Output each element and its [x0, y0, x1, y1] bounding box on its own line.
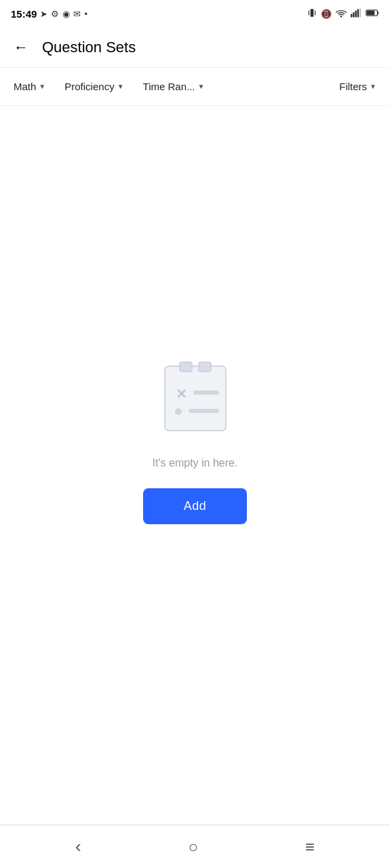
svg-rect-12 — [180, 362, 192, 372]
nav-menu-button[interactable]: ≡ — [289, 832, 331, 862]
nav-back-button[interactable]: ‹ — [59, 831, 98, 863]
svg-rect-15 — [193, 391, 219, 395]
filter-subject-label: Math — [14, 81, 36, 92]
filter-timerange[interactable]: Time Ran... ▼ — [135, 75, 213, 98]
nav-home-button[interactable]: ○ — [172, 832, 215, 862]
svg-rect-6 — [357, 9, 359, 17]
filter-more[interactable]: Filters ▼ — [331, 75, 385, 98]
status-right-icons: 📵 — [307, 8, 379, 20]
chevron-down-icon: ▼ — [198, 83, 205, 90]
add-button[interactable]: Add — [143, 488, 248, 524]
location-icon: ➤ — [40, 9, 47, 19]
battery-icon — [366, 9, 379, 19]
nav-menu-icon: ≡ — [305, 837, 315, 856]
status-time: 15:49 — [11, 8, 37, 20]
nav-home-icon: ○ — [189, 837, 199, 856]
back-arrow-icon: ← — [14, 39, 28, 56]
bottom-nav: ‹ ○ ≡ — [0, 825, 390, 868]
svg-rect-13 — [199, 362, 211, 372]
app-bar: ← Question Sets — [0, 27, 390, 68]
status-bar: 15:49 ➤ ⚙ ◉ ✉ • 📵 — [0, 0, 390, 27]
chevron-down-icon: ▼ — [370, 83, 376, 90]
svg-rect-9 — [378, 11, 379, 14]
status-left: 15:49 ➤ ⚙ ◉ ✉ • — [11, 8, 87, 20]
settings-icon: ⚙ — [51, 9, 59, 19]
svg-rect-4 — [353, 12, 354, 17]
svg-rect-2 — [315, 10, 315, 15]
empty-state-message: It's empty in here. — [153, 457, 238, 469]
svg-rect-11 — [165, 366, 226, 431]
help-icon: ◉ — [62, 9, 70, 19]
filter-timerange-label: Time Ran... — [143, 81, 195, 92]
email-icon: ✉ — [73, 9, 81, 19]
svg-point-16 — [175, 408, 182, 415]
filter-proficiency-label: Proficiency — [64, 81, 114, 92]
svg-rect-0 — [311, 9, 314, 17]
back-button[interactable]: ← — [11, 36, 31, 59]
filter-more-label: Filters — [339, 81, 367, 92]
chevron-down-icon: ▼ — [39, 83, 45, 90]
filter-bar: Math ▼ Proficiency ▼ Time Ran... ▼ Filte… — [0, 68, 390, 106]
filter-proficiency[interactable]: Proficiency ▼ — [56, 75, 132, 98]
add-button-label: Add — [184, 499, 207, 513]
svg-rect-5 — [355, 10, 356, 17]
svg-rect-17 — [189, 409, 219, 413]
vibrate-icon — [307, 8, 317, 20]
svg-rect-10 — [367, 10, 375, 15]
filter-subject[interactable]: Math ▼ — [5, 75, 54, 98]
svg-text:✕: ✕ — [176, 387, 187, 401]
chevron-down-icon: ▼ — [117, 83, 124, 90]
wifi-icon — [336, 8, 347, 20]
main-content: ✕ It's empty in here. Add — [0, 106, 390, 825]
page-title: Question Sets — [42, 39, 136, 56]
svg-rect-3 — [351, 14, 352, 17]
nav-back-icon: ‹ — [75, 836, 81, 857]
dot-icon: • — [84, 9, 87, 19]
empty-illustration: ✕ — [151, 353, 239, 441]
svg-rect-7 — [359, 8, 361, 17]
phone-crossed-icon: 📵 — [321, 9, 332, 19]
svg-rect-1 — [309, 10, 309, 15]
signal-icon — [351, 8, 362, 20]
